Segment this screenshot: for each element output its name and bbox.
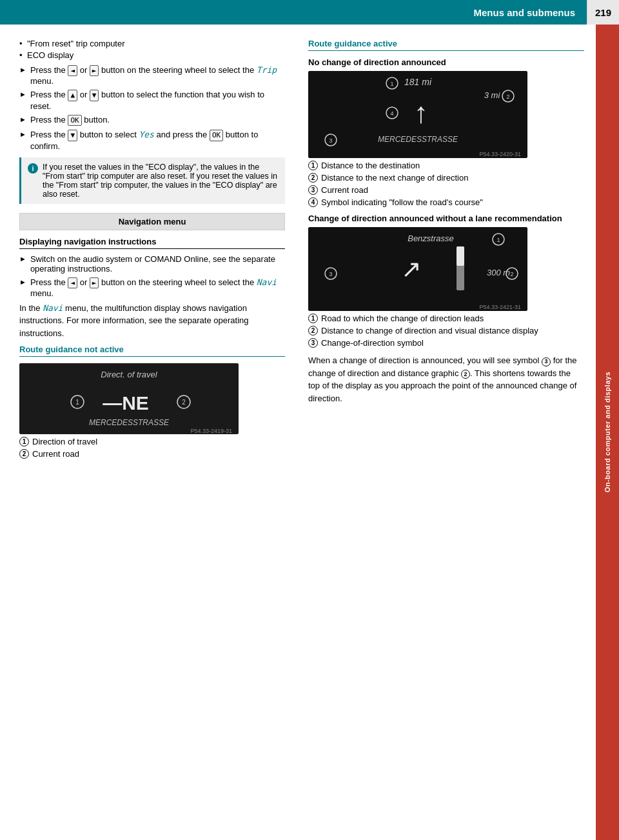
kbd-down-2: ▼ [90, 90, 99, 101]
kbd-right-nav: ► [90, 277, 99, 288]
instruction-1: ► Press the ◄ or ► button on the steerin… [19, 65, 285, 86]
svg-rect-29 [457, 246, 464, 266]
left-column: "From reset" trip computer ECO display ►… [0, 25, 297, 840]
badge-a2-1: 1 [308, 314, 318, 323]
bullet-list: "From reset" trip computer ECO display [19, 39, 285, 60]
route-not-active-label: Route guidance not active [19, 345, 285, 357]
not-active-items-list: 1 Direction of travel 2 Current road [19, 437, 285, 459]
active2-item-2: 2 Distance to change of direction and vi… [308, 326, 584, 335]
instruction-2: ► Press the ▲ or ▼ button to select the … [19, 90, 285, 110]
header-page-number: 219 [587, 0, 619, 25]
svg-text:MERCEDESSTRASSE: MERCEDESSTRASSE [378, 135, 458, 144]
info-icon: i [28, 163, 38, 174]
not-active-item-1: 1 Direction of travel [19, 437, 285, 446]
nav-instruction-2: ► Press the ◄ or ► button on the steerin… [19, 277, 285, 298]
display-not-active-svg: Direct. of travel 1 —NE 2 MERCEDESSTRASS… [19, 363, 239, 434]
active2-item-3: 3 Change-of-direction symbol [308, 338, 584, 348]
arrow-right-icon-4: ► [19, 130, 26, 138]
page-body: "From reset" trip computer ECO display ►… [0, 25, 619, 840]
svg-text:P54.33-2420-31: P54.33-2420-31 [479, 151, 521, 157]
badge-2: 2 [19, 449, 29, 459]
svg-text:1: 1 [390, 81, 393, 87]
kbd-ok-4: OK [210, 130, 223, 141]
svg-text:2: 2 [510, 271, 513, 277]
badge-a2-2: 2 [308, 326, 318, 335]
info-box: i If you reset the values in the "ECO di… [19, 157, 285, 204]
svg-text:181 mi: 181 mi [404, 77, 432, 87]
display-active-2-svg: Benzstrasse 1 ↗ 300 m 2 3 P54.33-2421-31 [308, 227, 527, 311]
svg-text:1: 1 [75, 399, 79, 406]
header-title: Menus and submenus [462, 0, 587, 25]
kbd-left-1: ◄ [68, 65, 77, 76]
svg-text:4: 4 [390, 110, 393, 117]
route-active-label: Route guidance active [308, 39, 584, 51]
no-change-heading: No change of direction announced [308, 57, 584, 67]
badge-a1-4: 4 [308, 197, 318, 207]
active1-item-2: 2 Distance to the next change of directi… [308, 173, 584, 183]
badge-a1-3: 3 [308, 185, 318, 195]
active1-item-4: 4 Symbol indicating "follow the road's c… [308, 197, 584, 207]
nav-instruction-1: ► Switch on the audio system or COMAND O… [19, 254, 285, 274]
svg-text:3: 3 [329, 137, 332, 144]
arrow-right-icon-1: ► [19, 66, 26, 74]
right-column: Route guidance active No change of direc… [297, 25, 596, 840]
svg-text:P54.33-2421-31: P54.33-2421-31 [479, 304, 521, 310]
inline-badge-3: 3 [542, 357, 551, 366]
info-text: If you reset the values in the "ECO disp… [43, 163, 279, 199]
svg-text:Benzstrasse: Benzstrasse [408, 234, 454, 243]
kbd-ok-3: OK [68, 115, 81, 126]
bullet-item-2: ECO display [19, 50, 285, 60]
active2-item-1: 1 Road to which the change of direction … [308, 314, 584, 323]
instruction-3: ► Press the OK button. [19, 115, 285, 126]
nav-paragraph: In the Navi menu, the multifunction disp… [19, 302, 285, 340]
svg-text:2: 2 [182, 399, 186, 406]
badge-a2-3: 3 [308, 338, 318, 348]
header-teal-left [0, 0, 462, 25]
sidebar-label: On-board computer and displays [603, 372, 612, 492]
arrow-right-icon-5: ► [19, 255, 26, 263]
bullet-item-1: "From reset" trip computer [19, 39, 285, 48]
display-not-active: Direct. of travel 1 —NE 2 MERCEDESSTRASS… [19, 363, 239, 434]
display-active-2: Benzstrasse 1 ↗ 300 m 2 3 P54.33-2421-31 [308, 227, 527, 311]
arrow-right-icon-6: ► [19, 278, 26, 286]
svg-text:—NE: —NE [103, 392, 149, 414]
active1-item-3: 3 Current road [308, 185, 584, 195]
instruction-4: ► Press the ▼ button to select Yes and p… [19, 130, 285, 150]
active2-items-list: 1 Road to which the change of direction … [308, 314, 584, 348]
svg-text:1: 1 [496, 237, 500, 243]
kbd-right-1: ► [90, 65, 99, 76]
svg-text:↑: ↑ [414, 96, 429, 129]
kbd-up-2: ▲ [68, 90, 77, 101]
arrow-right-icon-3: ► [19, 115, 26, 123]
not-active-item-2: 2 Current road [19, 449, 285, 459]
svg-text:3: 3 [329, 271, 332, 277]
svg-text:P54.33-2419-31: P54.33-2419-31 [190, 428, 232, 434]
active1-item-1: 1 Distance to the destination [308, 161, 584, 170]
closing-paragraph: When a change of direction is announced,… [308, 354, 584, 405]
trip-label: Trip [257, 65, 277, 75]
inline-badge-2: 2 [461, 370, 470, 379]
kbd-left-nav: ◄ [68, 277, 77, 288]
nav-instr1-text: Switch on the audio system or COMAND Onl… [30, 254, 285, 274]
kbd-down-4: ▼ [68, 130, 77, 141]
right-sidebar: On-board computer and displays [596, 25, 619, 840]
nav-section-heading: Displaying navigation instructions [19, 237, 285, 249]
display-active-1-svg: 181 mi 1 3 mi 2 ↑ 4 MERCEDESSTRASSE 3 [308, 71, 527, 158]
navi-label: Navi [257, 277, 277, 287]
svg-text:3 mi: 3 mi [484, 90, 501, 100]
nav-menu-header: Navigation menu [19, 213, 285, 230]
svg-text:2: 2 [506, 94, 509, 100]
yes-label: Yes [139, 130, 153, 139]
svg-text:Direct. of travel: Direct. of travel [101, 370, 158, 379]
svg-text:MERCEDESSTRASSE: MERCEDESSTRASSE [89, 418, 170, 427]
header-bar: Menus and submenus 219 [0, 0, 619, 25]
badge-a1-1: 1 [308, 161, 318, 170]
change-announced-heading: Change of direction announced without a … [308, 214, 584, 223]
badge-1: 1 [19, 437, 29, 446]
active1-items-list: 1 Distance to the destination 2 Distance… [308, 161, 584, 207]
badge-a1-2: 2 [308, 173, 318, 183]
display-active-1: 181 mi 1 3 mi 2 ↑ 4 MERCEDESSTRASSE 3 [308, 71, 527, 158]
arrow-right-icon-2: ► [19, 90, 26, 98]
svg-text:↗: ↗ [401, 255, 422, 283]
